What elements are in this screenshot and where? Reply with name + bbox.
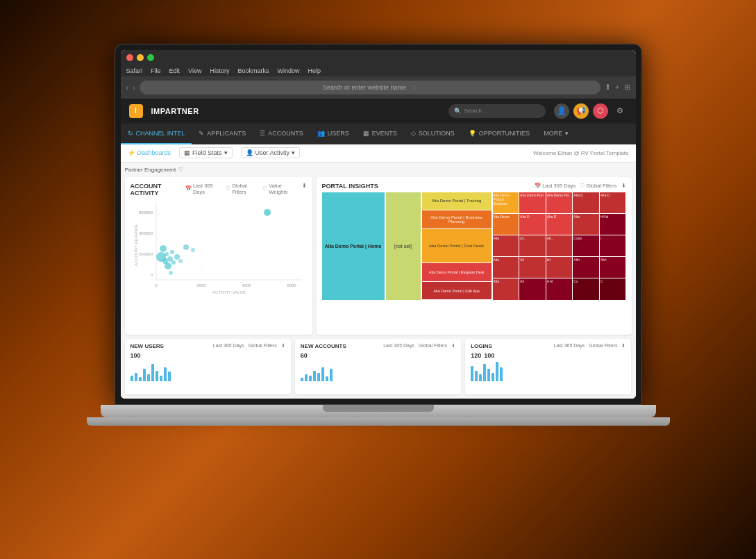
new-accounts-peak: 60 — [301, 352, 455, 359]
pi-notset-cell: [not set] — [386, 192, 421, 300]
opportunities-icon: 💡 — [469, 130, 476, 137]
logo-letter: I — [135, 107, 137, 115]
nav-accounts[interactable]: ☰ ACCOUNTS — [253, 124, 310, 144]
close-tab-icon[interactable]: ✕ — [412, 84, 417, 91]
na-filter-days[interactable]: Last 365 Days — [383, 343, 414, 349]
na-filter-global[interactable]: Global Filters — [419, 343, 447, 349]
na-bar-5 — [317, 373, 320, 381]
pi-editapp-cell: Alta Demo Portal | Edit App — [422, 282, 492, 300]
close-dot[interactable] — [126, 54, 133, 61]
l-bar-4 — [483, 364, 486, 381]
nu-download[interactable]: ⬇ — [281, 343, 285, 349]
l-filter-global[interactable]: Global Filters — [589, 343, 617, 349]
pi-grid-cell-7: Alta D — [519, 214, 546, 235]
pi-grid-cell-24: Cy — [573, 278, 599, 299]
pi-download-icon[interactable]: ⬇ — [621, 183, 626, 189]
portal-insights-treemap: Alta Demo Portal | Home [not set] — [322, 192, 626, 300]
back-button[interactable]: ‹ — [126, 83, 129, 92]
notification-button[interactable]: 📢 — [573, 103, 589, 119]
menu-view[interactable]: View — [188, 67, 201, 74]
hex-button[interactable]: ⬡ — [593, 103, 608, 119]
user-activity-dropdown[interactable]: 👤 User Activity ▾ — [241, 147, 301, 158]
svg-point-23 — [167, 256, 173, 262]
pi-grid-cell-16: Alta — [493, 257, 519, 278]
menu-bookmarks[interactable]: Bookmarks — [237, 67, 269, 74]
menu-edit[interactable]: Edit — [169, 67, 180, 74]
l-bar-7 — [496, 362, 498, 381]
welcome-text: Welcome Ethan @ RV Portal Template — [533, 150, 629, 156]
l-download[interactable]: ⬇ — [621, 343, 625, 349]
menu-window[interactable]: Window — [277, 67, 299, 74]
new-users-widget: NEW USERS Last 365 Days Global Filters ⬇… — [125, 339, 291, 394]
field-stats-dropdown[interactable]: ▦ Field Stats ▾ — [179, 147, 233, 158]
nav-users-label: USERS — [328, 130, 349, 137]
channel-intel-icon: ↻ — [128, 130, 133, 137]
svg-point-29 — [169, 271, 173, 275]
nav-channel-intel[interactable]: ↻ CHANNEL INTEL — [121, 124, 192, 144]
sidebar-icon[interactable]: ⊞ — [624, 83, 630, 92]
pi-filters: 📅 Last 365 Days ♡ Global Filters ⬇ — [535, 183, 625, 189]
menu-safari[interactable]: Safari — [126, 67, 143, 74]
nu-bar-1 — [131, 376, 133, 381]
pi-middle-col: Alta Demo Portal | Training Alta Demo Po… — [422, 192, 492, 300]
address-bar[interactable]: Search or enter website name ✕ — [140, 81, 600, 94]
forward-button[interactable]: › — [133, 83, 135, 92]
share-icon[interactable]: ⬆ — [605, 83, 611, 92]
aa-filter-global[interactable]: ♡ Global Filters — [226, 183, 258, 195]
l-bar-8 — [500, 367, 503, 381]
pi-grid-cell-10: HiYal — [600, 214, 626, 235]
menu-history[interactable]: History — [210, 67, 229, 74]
pi-filter-global[interactable]: ♡ Global Filters — [580, 183, 616, 189]
pi-filter-days[interactable]: 📅 Last 365 Days — [535, 183, 576, 189]
pi-home-cell: Alta Demo Portal | Home — [322, 192, 385, 300]
settings-button[interactable]: ⚙ — [612, 103, 628, 119]
logins-filters: Last 365 Days Global Filters ⬇ — [554, 343, 626, 349]
pi-grid-cell-11: Alta — [493, 235, 519, 256]
laptop-bottom — [87, 417, 670, 426]
pi-grid-cell-12: ch... — [519, 235, 546, 256]
menu-file[interactable]: File — [151, 67, 161, 74]
header-search[interactable]: 🔍 Search... — [448, 104, 546, 118]
aa-filter-days[interactable]: 📅 Last 365 Days — [185, 183, 221, 195]
nu-filter-global[interactable]: Global Filters — [249, 343, 277, 349]
nav-users[interactable]: 👥 USERS — [310, 124, 356, 144]
user-activity-label: User Activity — [255, 149, 290, 156]
portal-insights-widget: PORTAL INSIGHTS 📅 Last 365 Days ♡ Global… — [317, 177, 632, 335]
partner-engagement-label: Partner Engagement ♡ — [125, 167, 632, 173]
more-chevron-icon: ▾ — [565, 130, 569, 137]
dashboards-tab[interactable]: ⚡ Dashboards — [128, 149, 171, 156]
pi-grid-cell-8: Alta D — [546, 214, 573, 235]
scatter-svg: 600000 400000 200000 0 0 2000 4000 6000 — [131, 200, 307, 297]
user-activity-icon: 👤 — [246, 149, 253, 156]
aa-download-icon[interactable]: ⬇ — [302, 183, 307, 195]
pi-grid-cell-22: Alt — [519, 278, 546, 299]
nav-applicants[interactable]: ✎ APPLICANTS — [192, 124, 253, 144]
nu-bar-9 — [164, 367, 167, 381]
pi-grid-cell-17: Alt — [519, 257, 546, 278]
na-download[interactable]: ⬇ — [451, 343, 455, 349]
nav-solutions[interactable]: ◇ SOLUTIONS — [404, 124, 462, 144]
svg-point-27 — [174, 254, 180, 260]
user-icon-button[interactable]: 👤 — [554, 103, 569, 119]
new-accounts-chart — [301, 360, 455, 381]
macos-menubar: Safari File Edit View History Bookmarks … — [121, 65, 636, 76]
maximize-dot[interactable] — [147, 54, 154, 61]
solutions-icon: ◇ — [411, 130, 416, 137]
screen-bezel: Safari File Edit View History Bookmarks … — [115, 44, 642, 405]
nav-events[interactable]: ▦ EVENTS — [356, 124, 404, 144]
nav-opportunities[interactable]: 💡 OPPORTUNITIES — [462, 124, 537, 144]
na-bar-6 — [321, 367, 324, 381]
nu-filter-days[interactable]: Last 365 Days — [213, 343, 244, 349]
account-activity-widget: ACCOUNT ACTIVITY 📅 Last 365 Days ♡ — [125, 177, 312, 335]
nav-more[interactable]: MORE ▾ — [537, 124, 576, 144]
svg-point-20 — [160, 245, 167, 252]
new-tab-icon[interactable]: + — [615, 83, 619, 92]
minimize-dot[interactable] — [137, 54, 144, 61]
svg-text:2000: 2000 — [196, 283, 206, 287]
aa-filter-value[interactable]: ♡ Value Weights — [262, 183, 297, 195]
menu-help[interactable]: Help — [308, 67, 321, 74]
pi-finddeals-cell: Alta Demo Portal | Find Deals — [422, 229, 492, 262]
l-filter-days[interactable]: Last 365 Days — [554, 343, 585, 349]
header-icons: 👤 📢 ⬡ ⚙ — [554, 103, 628, 119]
hex-icon: ⬡ — [597, 106, 604, 115]
